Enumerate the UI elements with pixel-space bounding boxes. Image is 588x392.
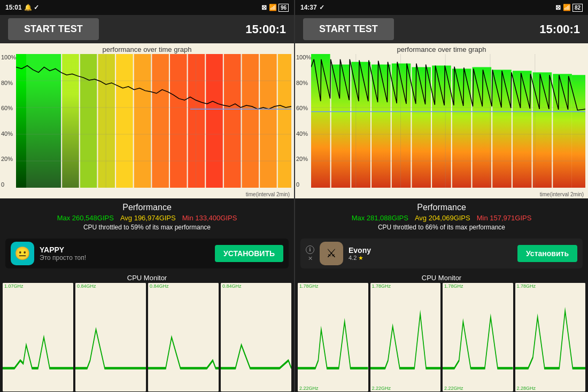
right-graph-canvas — [311, 54, 585, 188]
left-graph-canvas — [16, 54, 291, 188]
right-cpu-core-3: 1.78GHz 2.22GHz — [443, 283, 513, 391]
left-perf-numbers: Max 260,548GIPS Avg 196,974GIPS Min 133,… — [5, 214, 289, 222]
right-ad-banner: ℹ ✕ ⚔ Evony 4.2 ★ Установить — [295, 236, 588, 273]
left-ad-icon: 😐 — [11, 242, 34, 265]
svg-rect-12 — [242, 54, 259, 188]
right-core3-freq-bottom: 2.22GHz — [444, 386, 463, 391]
right-graph-title: performance over time graph — [397, 45, 486, 53]
left-header: START TEST 15:00:1 — [0, 15, 294, 43]
right-ad-name: Evony — [349, 246, 512, 255]
svg-rect-3 — [80, 54, 97, 188]
left-timer: 15:00:1 — [245, 22, 286, 36]
right-core4-freq-bottom: 2.28GHz — [517, 386, 536, 391]
left-perf-throttle: CPU throttled to 59% of its max performa… — [5, 224, 289, 231]
svg-rect-41 — [553, 74, 572, 188]
left-perf-stats: Performance Max 260,548GIPS Avg 196,974G… — [0, 198, 294, 236]
right-cpu-core-1: 1.78GHz 2.22GHz — [298, 283, 368, 391]
right-performance-graph: performance over time graph 100% 80% 60%… — [295, 43, 588, 198]
right-cpu-monitor: CPU Monitor 1.78GHz 2.22GHz 1.78GHz 2.22… — [295, 273, 588, 392]
left-y-labels: 100% 80% 60% 40% 20% 0 — [1, 54, 16, 188]
left-perf-title: Performance — [5, 203, 289, 212]
left-status-icons: 🔔 ✓ — [24, 4, 39, 11]
svg-rect-5 — [116, 54, 133, 188]
svg-rect-13 — [260, 54, 277, 188]
right-perf-max: Max 281,088GIPS — [352, 214, 408, 222]
left-ad-inner[interactable]: 😐 YAPPY Это просто топ! УСТАНОВИТЬ — [5, 239, 289, 268]
right-ad-text: Evony 4.2 ★ — [349, 246, 512, 262]
right-time-label: time(interval 2min) — [540, 191, 584, 197]
left-cpu-core-4: 0.84GHz — [221, 283, 291, 391]
right-perf-title: Performance — [300, 203, 583, 212]
right-perf-throttle: CPU throttled to 66% of its max performa… — [300, 224, 583, 231]
rating-star-icon: ★ — [358, 255, 363, 261]
right-perf-avg: Avg 204,069GIPS — [415, 214, 470, 222]
svg-rect-53 — [298, 283, 368, 391]
svg-rect-30 — [331, 65, 351, 188]
svg-rect-8 — [170, 54, 187, 188]
right-core2-freq-bottom: 2.22GHz — [372, 386, 391, 391]
left-phone-panel: 15:01 🔔 ✓ ⊠ 📶 96 START TEST 15:00:1 perf… — [0, 0, 294, 392]
right-perf-numbers: Max 281,088GIPS Avg 204,069GIPS Min 157,… — [300, 214, 583, 222]
right-core3-freq-top: 1.78GHz — [444, 283, 463, 289]
right-ad-icon: ⚔ — [320, 242, 343, 265]
right-perf-stats: Performance Max 281,088GIPS Avg 204,069G… — [295, 198, 588, 236]
left-perf-max: Max 260,548GIPS — [57, 214, 114, 222]
right-core1-freq-top: 1.78GHz — [299, 283, 319, 289]
left-core1-freq: 1.07GHz — [4, 283, 24, 289]
left-ad-name: YAPPY — [40, 245, 210, 254]
right-ad-close-icon[interactable]: ✕ — [308, 255, 313, 262]
svg-rect-26 — [75, 283, 146, 391]
right-cpu-core-2: 1.78GHz 2.22GHz — [370, 283, 441, 391]
svg-rect-10 — [206, 54, 223, 188]
right-cpu-monitor-title: CPU Monitor — [298, 273, 585, 283]
left-ad-install-button[interactable]: УСТАНОВИТЬ — [215, 245, 283, 262]
left-cpu-core-3: 0.84GHz — [148, 283, 219, 391]
svg-rect-4 — [98, 54, 115, 188]
right-perf-min: Min 157,971GIPS — [477, 214, 532, 222]
left-cpu-core-1: 1.07GHz — [3, 283, 73, 391]
right-core1-freq-bottom: 2.22GHz — [299, 386, 319, 391]
right-battery-icon: ⊠ 📶 82 — [555, 4, 583, 11]
left-cpu-cores: 1.07GHz 0.84GHz 0.84GHz — [3, 283, 291, 391]
left-perf-avg: Avg 196,974GIPS — [120, 214, 176, 222]
left-graph-title: performance over time graph — [103, 45, 192, 53]
right-timer: 15:00:1 — [539, 22, 580, 36]
left-start-test-button[interactable]: START TEST — [8, 18, 99, 40]
right-start-test-button[interactable]: START TEST — [303, 18, 394, 40]
right-ad-info-icon: ℹ — [306, 245, 314, 254]
svg-rect-27 — [148, 283, 219, 391]
right-ad-rating: 4.2 ★ — [349, 255, 512, 262]
right-status-icons: ✓ — [319, 4, 324, 11]
svg-rect-37 — [473, 67, 492, 188]
svg-rect-28 — [221, 283, 291, 391]
left-ad-text: YAPPY Это просто топ! — [40, 245, 210, 262]
left-time: 15:01 — [5, 4, 22, 11]
left-ad-tagline: Это просто топ! — [40, 254, 210, 262]
svg-rect-9 — [188, 54, 205, 188]
left-core3-freq: 0.84GHz — [150, 283, 169, 289]
right-status-bar: 14:37 ✓ ⊠ 📶 82 — [295, 0, 588, 15]
svg-rect-54 — [370, 283, 441, 391]
right-y-labels: 100% 80% 60% 40% 20% 0 — [296, 54, 311, 188]
right-time: 14:37 — [300, 4, 317, 11]
right-phone-panel: 14:37 ✓ ⊠ 📶 82 START TEST 15:00:1 perfor… — [294, 0, 588, 392]
right-ad-inner[interactable]: ℹ ✕ ⚔ Evony 4.2 ★ Установить — [300, 239, 583, 268]
svg-rect-56 — [515, 283, 586, 391]
left-perf-min: Min 133,400GIPS — [182, 214, 237, 222]
right-ad-info-close[interactable]: ℹ ✕ — [306, 245, 314, 262]
right-cpu-core-4: 1.78GHz 2.28GHz — [515, 283, 586, 391]
right-header: START TEST 15:00:1 — [295, 15, 588, 43]
svg-rect-14 — [278, 54, 291, 188]
svg-rect-55 — [443, 283, 513, 391]
right-ad-install-button[interactable]: Установить — [517, 245, 577, 262]
svg-rect-25 — [3, 283, 73, 391]
left-time-label: time(interval 2min) — [246, 191, 290, 197]
left-core2-freq: 0.84GHz — [77, 283, 96, 289]
left-cpu-core-2: 0.84GHz — [75, 283, 146, 391]
svg-rect-6 — [134, 54, 151, 188]
left-performance-graph: performance over time graph 100% 80% 60%… — [0, 43, 294, 198]
right-cpu-cores: 1.78GHz 2.22GHz 1.78GHz 2.22GHz 1.78GHz — [298, 283, 585, 391]
left-cpu-monitor: CPU Monitor 1.07GHz 0.84GHz 0.84GHz — [0, 273, 294, 392]
left-ad-banner: 😐 YAPPY Это просто топ! УСТАНОВИТЬ — [0, 236, 294, 273]
left-status-bar: 15:01 🔔 ✓ ⊠ 📶 96 — [0, 0, 294, 15]
